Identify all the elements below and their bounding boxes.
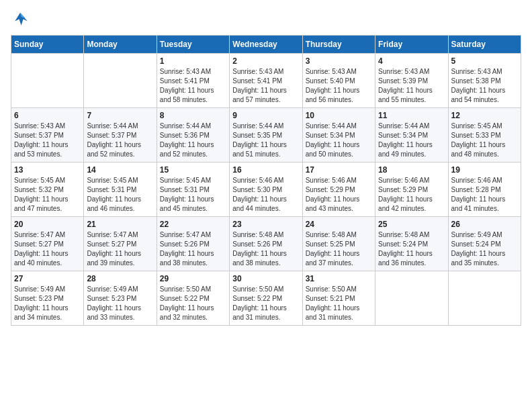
- calendar-week-row: 6Sunrise: 5:43 AM Sunset: 5:37 PM Daylig…: [11, 108, 521, 163]
- calendar-header-row: SundayMondayTuesdayWednesdayThursdayFrid…: [11, 36, 521, 54]
- day-number: 21: [87, 220, 153, 229]
- day-number: 18: [378, 165, 445, 175]
- calendar-cell: 26Sunrise: 5:49 AM Sunset: 5:24 PM Dayli…: [448, 217, 521, 271]
- day-info: Sunrise: 5:49 AM Sunset: 5:23 PM Dayligh…: [87, 285, 153, 322]
- day-info: Sunrise: 5:48 AM Sunset: 5:25 PM Dayligh…: [306, 230, 372, 268]
- calendar-cell: 24Sunrise: 5:48 AM Sunset: 5:25 PM Dayli…: [302, 217, 375, 271]
- day-info: Sunrise: 5:47 AM Sunset: 5:27 PM Dayligh…: [87, 230, 153, 268]
- day-number: 24: [306, 220, 372, 229]
- calendar-cell: 19Sunrise: 5:46 AM Sunset: 5:28 PM Dayli…: [448, 163, 521, 217]
- weekday-header: Friday: [375, 36, 448, 54]
- day-info: Sunrise: 5:43 AM Sunset: 5:39 PM Dayligh…: [378, 67, 445, 105]
- calendar-cell: 3Sunrise: 5:43 AM Sunset: 5:40 PM Daylig…: [302, 54, 375, 108]
- day-number: 6: [14, 111, 81, 120]
- day-info: Sunrise: 5:43 AM Sunset: 5:41 PM Dayligh…: [160, 67, 226, 105]
- calendar-cell: 22Sunrise: 5:47 AM Sunset: 5:26 PM Dayli…: [157, 217, 229, 271]
- day-number: 11: [378, 111, 445, 120]
- calendar-cell: 15Sunrise: 5:45 AM Sunset: 5:31 PM Dayli…: [157, 163, 229, 217]
- calendar-cell: 12Sunrise: 5:45 AM Sunset: 5:33 PM Dayli…: [448, 108, 521, 163]
- day-number: 10: [306, 111, 372, 120]
- day-number: 4: [378, 56, 445, 66]
- day-number: 5: [451, 56, 518, 66]
- day-info: Sunrise: 5:43 AM Sunset: 5:41 PM Dayligh…: [232, 67, 299, 105]
- day-info: Sunrise: 5:45 AM Sunset: 5:31 PM Dayligh…: [160, 176, 226, 214]
- calendar-cell: 21Sunrise: 5:47 AM Sunset: 5:27 PM Dayli…: [84, 217, 157, 271]
- calendar-cell: 27Sunrise: 5:49 AM Sunset: 5:23 PM Dayli…: [11, 271, 84, 326]
- day-info: Sunrise: 5:46 AM Sunset: 5:29 PM Dayligh…: [378, 176, 445, 214]
- day-number: 13: [14, 165, 81, 175]
- day-info: Sunrise: 5:50 AM Sunset: 5:22 PM Dayligh…: [232, 285, 299, 322]
- day-number: 20: [14, 220, 81, 229]
- calendar-cell: 20Sunrise: 5:47 AM Sunset: 5:27 PM Dayli…: [11, 217, 84, 271]
- day-info: Sunrise: 5:45 AM Sunset: 5:31 PM Dayligh…: [87, 176, 153, 214]
- day-number: 14: [87, 165, 153, 175]
- day-info: Sunrise: 5:43 AM Sunset: 5:38 PM Dayligh…: [451, 67, 518, 105]
- day-info: Sunrise: 5:46 AM Sunset: 5:29 PM Dayligh…: [306, 176, 372, 214]
- day-info: Sunrise: 5:43 AM Sunset: 5:37 PM Dayligh…: [14, 122, 81, 159]
- calendar-cell: 1Sunrise: 5:43 AM Sunset: 5:41 PM Daylig…: [157, 54, 229, 108]
- day-number: 30: [232, 274, 299, 283]
- calendar-week-row: 27Sunrise: 5:49 AM Sunset: 5:23 PM Dayli…: [11, 271, 521, 326]
- day-number: 9: [232, 111, 299, 120]
- calendar-cell: [11, 54, 84, 108]
- day-info: Sunrise: 5:49 AM Sunset: 5:23 PM Dayligh…: [14, 285, 81, 322]
- calendar-week-row: 20Sunrise: 5:47 AM Sunset: 5:27 PM Dayli…: [11, 217, 521, 271]
- calendar-cell: 29Sunrise: 5:50 AM Sunset: 5:22 PM Dayli…: [157, 271, 229, 326]
- day-info: Sunrise: 5:44 AM Sunset: 5:36 PM Dayligh…: [160, 122, 226, 159]
- calendar-cell: 17Sunrise: 5:46 AM Sunset: 5:29 PM Dayli…: [302, 163, 375, 217]
- day-number: 8: [160, 111, 226, 120]
- day-number: 19: [451, 165, 518, 175]
- calendar-week-row: 13Sunrise: 5:45 AM Sunset: 5:32 PM Dayli…: [11, 163, 521, 217]
- calendar-cell: 18Sunrise: 5:46 AM Sunset: 5:29 PM Dayli…: [375, 163, 448, 217]
- day-info: Sunrise: 5:48 AM Sunset: 5:24 PM Dayligh…: [378, 230, 445, 268]
- day-number: 29: [160, 274, 226, 283]
- day-number: 15: [160, 165, 226, 175]
- day-number: 23: [232, 220, 299, 229]
- day-info: Sunrise: 5:47 AM Sunset: 5:26 PM Dayligh…: [160, 230, 226, 268]
- day-info: Sunrise: 5:44 AM Sunset: 5:34 PM Dayligh…: [378, 122, 445, 159]
- calendar-cell: 11Sunrise: 5:44 AM Sunset: 5:34 PM Dayli…: [375, 108, 448, 163]
- logo: [11, 11, 32, 30]
- weekday-header: Saturday: [448, 36, 521, 54]
- day-number: 31: [306, 274, 372, 283]
- day-number: 27: [14, 274, 81, 283]
- day-number: 2: [232, 56, 299, 66]
- calendar-cell: 10Sunrise: 5:44 AM Sunset: 5:34 PM Dayli…: [302, 108, 375, 163]
- day-number: 28: [87, 274, 153, 283]
- day-number: 16: [232, 165, 299, 175]
- calendar-cell: 6Sunrise: 5:43 AM Sunset: 5:37 PM Daylig…: [11, 108, 84, 163]
- day-info: Sunrise: 5:46 AM Sunset: 5:30 PM Dayligh…: [232, 176, 299, 214]
- calendar-cell: 14Sunrise: 5:45 AM Sunset: 5:31 PM Dayli…: [84, 163, 157, 217]
- day-info: Sunrise: 5:50 AM Sunset: 5:21 PM Dayligh…: [306, 285, 372, 322]
- calendar-cell: 5Sunrise: 5:43 AM Sunset: 5:38 PM Daylig…: [448, 54, 521, 108]
- weekday-header: Tuesday: [157, 36, 229, 54]
- calendar-cell: 16Sunrise: 5:46 AM Sunset: 5:30 PM Dayli…: [230, 163, 302, 217]
- day-info: Sunrise: 5:45 AM Sunset: 5:33 PM Dayligh…: [451, 122, 518, 159]
- calendar-cell: 7Sunrise: 5:44 AM Sunset: 5:37 PM Daylig…: [84, 108, 157, 163]
- calendar-cell: 13Sunrise: 5:45 AM Sunset: 5:32 PM Dayli…: [11, 163, 84, 217]
- page-header: [11, 11, 521, 30]
- calendar-cell: 30Sunrise: 5:50 AM Sunset: 5:22 PM Dayli…: [230, 271, 302, 326]
- day-number: 1: [160, 56, 226, 66]
- calendar-cell: 25Sunrise: 5:48 AM Sunset: 5:24 PM Dayli…: [375, 217, 448, 271]
- calendar-cell: 9Sunrise: 5:44 AM Sunset: 5:35 PM Daylig…: [230, 108, 302, 163]
- day-number: 12: [451, 111, 518, 120]
- day-number: 7: [87, 111, 153, 120]
- weekday-header: Sunday: [11, 36, 84, 54]
- day-number: 25: [378, 220, 445, 229]
- day-info: Sunrise: 5:50 AM Sunset: 5:22 PM Dayligh…: [160, 285, 226, 322]
- calendar-cell: 31Sunrise: 5:50 AM Sunset: 5:21 PM Dayli…: [302, 271, 375, 326]
- calendar-cell: 4Sunrise: 5:43 AM Sunset: 5:39 PM Daylig…: [375, 54, 448, 108]
- day-info: Sunrise: 5:44 AM Sunset: 5:37 PM Dayligh…: [87, 122, 153, 159]
- day-info: Sunrise: 5:44 AM Sunset: 5:35 PM Dayligh…: [232, 122, 299, 159]
- calendar-cell: [84, 54, 157, 108]
- day-info: Sunrise: 5:46 AM Sunset: 5:28 PM Dayligh…: [451, 176, 518, 214]
- day-info: Sunrise: 5:47 AM Sunset: 5:27 PM Dayligh…: [14, 230, 81, 268]
- calendar-cell: 8Sunrise: 5:44 AM Sunset: 5:36 PM Daylig…: [157, 108, 229, 163]
- day-info: Sunrise: 5:45 AM Sunset: 5:32 PM Dayligh…: [14, 176, 81, 214]
- weekday-header: Wednesday: [230, 36, 302, 54]
- calendar-cell: 28Sunrise: 5:49 AM Sunset: 5:23 PM Dayli…: [84, 271, 157, 326]
- calendar-cell: [448, 271, 521, 326]
- calendar-week-row: 1Sunrise: 5:43 AM Sunset: 5:41 PM Daylig…: [11, 54, 521, 108]
- calendar-cell: 23Sunrise: 5:48 AM Sunset: 5:26 PM Dayli…: [230, 217, 302, 271]
